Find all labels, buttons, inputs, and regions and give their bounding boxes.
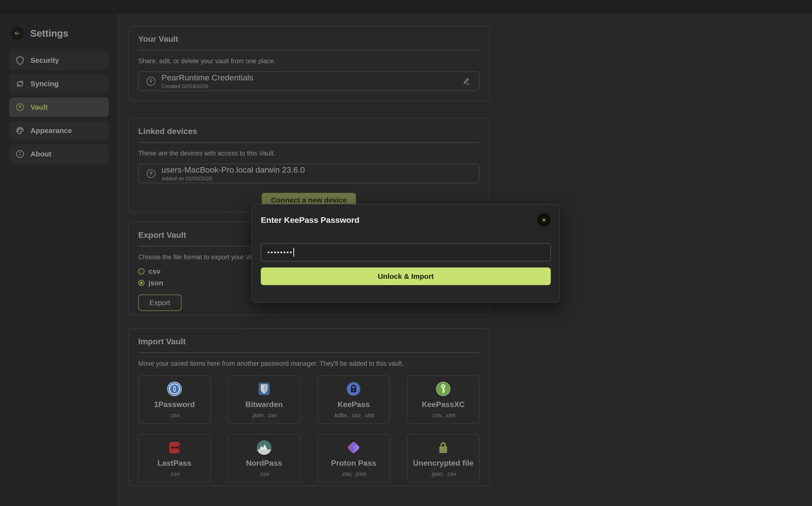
palette-icon — [15, 126, 25, 135]
import-vault-card: Import Vault Move your saved items here … — [128, 328, 490, 486]
provider-formats: .csv, .json — [341, 471, 366, 477]
lastpass-icon — [167, 440, 182, 455]
your-vault-card: Your Vault Share, edit, or delete your v… — [128, 26, 490, 101]
protonpass-icon — [346, 440, 361, 455]
divider — [138, 352, 479, 353]
card-description: Share, edit, or delete your vault from o… — [138, 57, 479, 65]
unlock-import-button[interactable]: Unlock & Import — [261, 267, 551, 285]
sidebar: Settings SecuritySyncingVaultAppearanceA… — [0, 14, 119, 506]
keepassxc-icon — [435, 381, 451, 397]
export-button[interactable]: Export — [138, 294, 182, 311]
import-provider-lastpass[interactable]: LastPass.csv — [138, 434, 211, 483]
password-input[interactable]: •••••••• — [261, 243, 551, 261]
import-provider-proton-pass[interactable]: Proton Pass.csv, .json — [318, 434, 390, 483]
sidebar-item-syncing[interactable]: Syncing — [9, 74, 109, 93]
provider-formats: .json, .csv — [251, 412, 277, 419]
device-row: users-MacBook-Pro.local darwin 23.6.0 Ad… — [138, 164, 479, 183]
password-masked-value: •••••••• — [268, 243, 293, 261]
unencrypted-lock-icon — [435, 440, 451, 455]
sidebar-item-label: Security — [30, 56, 59, 65]
sync-icon — [15, 79, 25, 88]
nordpass-icon — [256, 440, 272, 455]
sidebar-item-appearance[interactable]: Appearance — [9, 121, 109, 140]
page-title: Settings — [30, 28, 68, 39]
key-circle-icon — [145, 76, 156, 87]
radio-unselected-icon — [138, 268, 144, 274]
card-description: Move your saved items here from another … — [138, 360, 479, 368]
card-title: Import Vault — [138, 329, 479, 346]
modal-title: Enter KeePass Password — [261, 215, 359, 225]
back-button[interactable] — [10, 26, 24, 40]
provider-formats: .csv — [259, 471, 269, 477]
device-name: users-MacBook-Pro.local darwin 23.6.0 — [161, 165, 305, 174]
vault-row: PearRuntime Credentials Created 02/03/20… — [138, 72, 479, 91]
provider-name: KeePassXC — [422, 400, 465, 409]
key-circle-icon — [145, 168, 156, 179]
import-provider-unencrypted-file[interactable]: Unencrypted file.json, .csv — [407, 434, 479, 483]
vault-name: PearRuntime Credentials — [161, 73, 253, 82]
sidebar-item-vault[interactable]: Vault — [9, 97, 109, 117]
card-title: Linked devices — [138, 118, 479, 136]
provider-formats: .csv — [170, 412, 180, 419]
close-icon[interactable] — [537, 213, 551, 227]
divider — [138, 50, 479, 51]
linked-devices-card: Linked devices These are the devices wit… — [128, 118, 490, 212]
divider — [138, 142, 479, 143]
sidebar-item-about[interactable]: About — [9, 144, 109, 164]
keepass-icon — [346, 381, 361, 397]
sidebar-nav: SecuritySyncingVaultAppearanceAbout — [0, 51, 118, 164]
modal-header: Enter KeePass Password — [261, 204, 551, 227]
provider-name: Bitwarden — [245, 400, 283, 409]
import-provider-bitwarden[interactable]: Bitwarden.json, .csv — [228, 375, 300, 424]
sidebar-item-label: About — [30, 150, 52, 158]
device-added-date: Added on 02/03/2026 — [161, 175, 305, 182]
card-title: Your Vault — [138, 26, 479, 44]
provider-formats: .json, .csv — [430, 471, 456, 477]
keepass-password-modal: Enter KeePass Password •••••••• Unlock &… — [252, 204, 560, 303]
sidebar-item-security[interactable]: Security — [9, 51, 109, 70]
bitwarden-icon — [256, 381, 272, 397]
radio-selected-icon — [138, 280, 144, 286]
provider-formats: .csv, .xml — [431, 412, 455, 419]
1password-icon — [167, 381, 182, 397]
provider-name: LastPass — [157, 459, 192, 468]
vault-key-icon — [15, 103, 25, 112]
import-provider-keepassxc[interactable]: KeePassXC.csv, .xml — [407, 375, 479, 424]
provider-formats: .csv — [170, 471, 180, 477]
provider-formats: .kdbx, .csv, .xml — [333, 412, 374, 419]
edit-pencil-icon[interactable] — [461, 76, 471, 87]
provider-name: Unencrypted file — [413, 459, 474, 468]
import-provider-keepass[interactable]: KeePass.kdbx, .csv, .xml — [318, 375, 390, 424]
sidebar-item-label: Vault — [30, 103, 48, 111]
card-description: These are the devices with access to thi… — [138, 150, 479, 157]
vault-created-date: Created 02/03/2026 — [161, 83, 253, 90]
shield-icon — [15, 56, 25, 65]
provider-name: Proton Pass — [331, 459, 376, 468]
sidebar-item-label: Syncing — [30, 80, 59, 88]
provider-name: 1Password — [154, 400, 195, 409]
provider-name: NordPass — [246, 459, 282, 468]
sidebar-item-label: Appearance — [30, 126, 72, 135]
sidebar-header: Settings — [0, 14, 118, 40]
import-grid: 1Password.csvBitwarden.json, .csvKeePass… — [138, 375, 479, 483]
info-icon — [15, 150, 25, 159]
import-provider-nordpass[interactable]: NordPass.csv — [228, 434, 300, 483]
text-caret — [293, 248, 294, 257]
import-provider-1password[interactable]: 1Password.csv — [138, 375, 211, 424]
window-titlebar — [0, 0, 812, 14]
provider-name: KeePass — [338, 400, 370, 409]
